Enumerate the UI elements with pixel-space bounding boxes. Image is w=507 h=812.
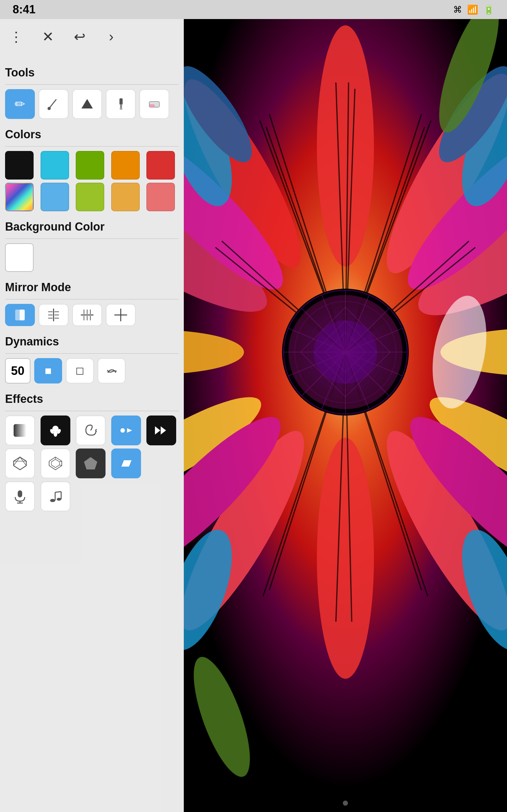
svg-rect-2 xyxy=(119,98,123,105)
nav-dots xyxy=(184,801,507,806)
svg-point-60 xyxy=(317,438,374,679)
mirror-vertical-btn[interactable] xyxy=(39,304,68,326)
svg-point-27 xyxy=(54,430,57,437)
tool-pencil[interactable]: ✏ xyxy=(5,89,35,119)
effect-music[interactable] xyxy=(41,481,70,511)
menu-button[interactable]: ⋮ xyxy=(5,26,27,48)
dynamics-label: Dynamics xyxy=(5,335,179,348)
swatch-light-orange[interactable] xyxy=(111,183,140,211)
svg-rect-25 xyxy=(14,424,26,437)
artwork[interactable] xyxy=(184,19,507,812)
effect-geo2[interactable] xyxy=(41,449,70,478)
tools-label: Tools xyxy=(5,66,179,79)
svg-rect-6 xyxy=(149,105,154,107)
swatch-cyan[interactable] xyxy=(41,151,69,180)
tool-eyedropper[interactable] xyxy=(106,89,135,119)
swatch-rainbow[interactable] xyxy=(5,183,34,211)
mirror-mode-label: Mirror Mode xyxy=(5,281,179,294)
svg-rect-3 xyxy=(120,104,122,108)
svg-point-95 xyxy=(314,320,377,384)
battery-icon: 🔋 xyxy=(483,4,494,15)
dynamics-value[interactable]: 50 xyxy=(5,358,31,384)
bg-divider xyxy=(5,239,179,239)
colors-grid xyxy=(5,151,179,211)
swatch-black[interactable] xyxy=(5,151,34,180)
effects-label: Effects xyxy=(5,392,179,406)
dynamics-divider xyxy=(5,353,179,354)
svg-marker-43 xyxy=(84,457,97,469)
bg-color-swatch[interactable] xyxy=(5,243,34,272)
svg-point-30 xyxy=(120,428,125,433)
status-bar: 8:41 ⌘ 📶 🔋 xyxy=(0,0,507,19)
dynamics-row: 50 ■ □ xyxy=(5,358,179,384)
mirror-active-btn[interactable] xyxy=(5,304,35,326)
effects-divider xyxy=(5,411,179,411)
undo-button[interactable]: ↩ xyxy=(68,26,91,48)
swatch-red[interactable] xyxy=(147,151,175,180)
tools-row: ✏ xyxy=(5,89,179,119)
effect-parallelogram[interactable] xyxy=(111,449,141,478)
tool-shape[interactable] xyxy=(72,89,102,119)
effect-mic[interactable] xyxy=(5,481,35,511)
status-icons: ⌘ 📶 🔋 xyxy=(453,4,494,15)
nav-dot-1 xyxy=(343,801,348,806)
wifi-icon: 📶 xyxy=(467,4,478,15)
svg-marker-1 xyxy=(81,99,93,108)
svg-marker-32 xyxy=(155,426,160,435)
svg-point-55 xyxy=(317,26,374,266)
effects-grid xyxy=(5,415,179,511)
effect-empty xyxy=(147,449,176,478)
svg-rect-45 xyxy=(18,490,22,497)
bluetooth-icon: ⌘ xyxy=(453,4,462,15)
effect-ink[interactable] xyxy=(41,415,70,445)
mirror-horizontal-btn[interactable] xyxy=(72,304,102,326)
svg-marker-33 xyxy=(161,426,166,435)
svg-marker-31 xyxy=(127,428,132,433)
effect-ff[interactable] xyxy=(147,415,176,445)
tools-divider xyxy=(5,84,179,85)
colors-label: Colors xyxy=(5,128,179,141)
svg-point-49 xyxy=(57,498,61,501)
effect-geo1[interactable] xyxy=(5,449,35,478)
close-button[interactable]: ✕ xyxy=(37,26,59,48)
swatch-green[interactable] xyxy=(76,151,104,180)
dynamics-filled-btn[interactable]: ■ xyxy=(34,358,62,384)
svg-point-0 xyxy=(48,107,51,110)
background-color-label: Background Color xyxy=(5,220,179,234)
svg-marker-44 xyxy=(121,460,131,467)
sidebar: ⋮ ✕ ↩ › Tools ✏ Colors xyxy=(0,19,184,812)
effect-fade[interactable] xyxy=(5,415,35,445)
effect-pentagon[interactable] xyxy=(76,449,106,478)
effect-swirl[interactable] xyxy=(76,415,106,445)
tool-brush[interactable] xyxy=(39,89,68,119)
svg-line-42 xyxy=(60,465,62,466)
tool-eraser[interactable] xyxy=(139,89,169,119)
mirror-divider xyxy=(5,299,179,299)
svg-rect-4 xyxy=(120,108,122,110)
app: ⋮ ✕ ↩ › Tools ✏ Colors xyxy=(0,19,507,812)
swatch-orange[interactable] xyxy=(111,151,140,180)
effect-dots[interactable] xyxy=(111,415,141,445)
toolbar: ⋮ ✕ ↩ › xyxy=(5,26,179,54)
swatch-yellow-green[interactable] xyxy=(76,183,104,211)
mirror-row xyxy=(5,304,179,326)
svg-line-41 xyxy=(60,461,62,462)
dynamics-outline-btn[interactable]: □ xyxy=(66,358,94,384)
canvas-area[interactable] xyxy=(184,19,507,812)
svg-marker-39 xyxy=(51,459,60,467)
colors-divider xyxy=(5,146,179,147)
svg-point-48 xyxy=(50,499,55,502)
swatch-salmon[interactable] xyxy=(147,183,175,211)
swatch-light-blue[interactable] xyxy=(41,183,69,211)
bg-color-row xyxy=(5,243,179,272)
mirror-both-btn[interactable] xyxy=(106,304,135,326)
status-time: 8:41 xyxy=(13,3,36,16)
dynamics-link-btn[interactable] xyxy=(98,358,125,384)
redo-button[interactable]: › xyxy=(100,26,122,48)
svg-line-52 xyxy=(55,492,61,492)
svg-rect-8 xyxy=(20,310,25,320)
